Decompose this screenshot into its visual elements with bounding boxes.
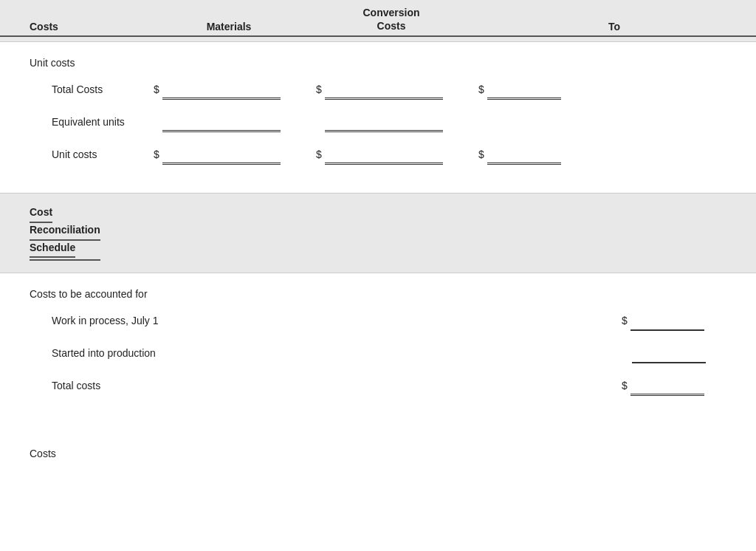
total-costs-recon-label: Total costs [0, 379, 616, 392]
table-row: Work in process, July 1 $ [0, 304, 756, 337]
started-production-label: Started into production [0, 346, 616, 360]
dollar-sign: $ [478, 83, 484, 95]
table-row: Started into production [0, 337, 756, 369]
unit-costs-conversion-cell: $ [310, 144, 472, 165]
spacer [0, 409, 756, 421]
wip-input[interactable] [630, 310, 704, 331]
dollar-sign: $ [154, 83, 159, 95]
unit-costs-materials-input[interactable] [162, 144, 281, 165]
unit-costs-section: Unit costs Total Costs $ $ $ Equivalent … [0, 42, 756, 178]
total-costs-label: Total Costs [0, 83, 148, 96]
equiv-units-materials-cell [148, 112, 310, 132]
total-costs-recon-input[interactable] [630, 375, 704, 396]
table-row: Total costs $ [0, 369, 756, 402]
table-row: Unit costs $ $ $ [0, 138, 756, 171]
total-costs-recon-cell: $ [616, 375, 749, 396]
table-row: Total Costs $ $ $ [0, 73, 756, 106]
dollar-sign: $ [316, 148, 322, 160]
unit-costs-row-label: Unit costs [0, 148, 148, 161]
col-total-header: To [472, 21, 756, 37]
total-costs-materials-cell: $ [148, 79, 310, 100]
dollar-sign: $ [154, 148, 159, 160]
total-costs-conversion-cell: $ [310, 79, 472, 100]
equiv-units-conversion-cell [310, 112, 472, 132]
wip-cell: $ [616, 310, 749, 331]
col-costs-header: Costs [0, 21, 148, 37]
unit-costs-materials-cell: $ [148, 144, 310, 165]
spacer [0, 421, 756, 433]
col-conversion-header: Conversion Costs [310, 6, 472, 37]
started-production-cell [616, 343, 749, 363]
equivalent-units-label: Equivalent units [0, 115, 148, 129]
dollar-sign: $ [316, 83, 322, 95]
total-costs-total-cell: $ [472, 79, 756, 100]
started-production-input[interactable] [632, 343, 706, 363]
reconciliation-header: Cost Reconciliation Schedule [0, 193, 756, 273]
unit-costs-label: Unit costs [0, 49, 756, 73]
dollar-sign: $ [622, 380, 628, 391]
bottom-costs-label: Costs [0, 433, 756, 464]
unit-costs-total-cell: $ [472, 144, 756, 165]
total-costs-total-input[interactable] [487, 79, 561, 100]
costs-to-be-label: Costs to be accounted for [0, 281, 756, 304]
col-materials-header: Materials [148, 21, 310, 37]
wip-label: Work in process, July 1 [0, 314, 616, 327]
dollar-sign: $ [622, 315, 628, 326]
header-row: Costs Materials Conversion Costs To [0, 0, 756, 42]
total-costs-materials-input[interactable] [162, 79, 281, 100]
reconciliation-title: Cost Reconciliation Schedule [30, 205, 100, 261]
unit-costs-conversion-input[interactable] [325, 144, 443, 165]
unit-costs-total-input[interactable] [487, 144, 561, 165]
total-costs-conversion-input[interactable] [325, 79, 443, 100]
dollar-sign: $ [478, 148, 484, 160]
equiv-units-materials-input[interactable] [162, 112, 281, 132]
table-row: Equivalent units [0, 106, 756, 138]
equiv-units-conversion-input[interactable] [325, 112, 443, 132]
reconciliation-body: Costs to be accounted for Work in proces… [0, 273, 756, 409]
page-wrapper: Costs Materials Conversion Costs To Unit… [0, 0, 756, 551]
